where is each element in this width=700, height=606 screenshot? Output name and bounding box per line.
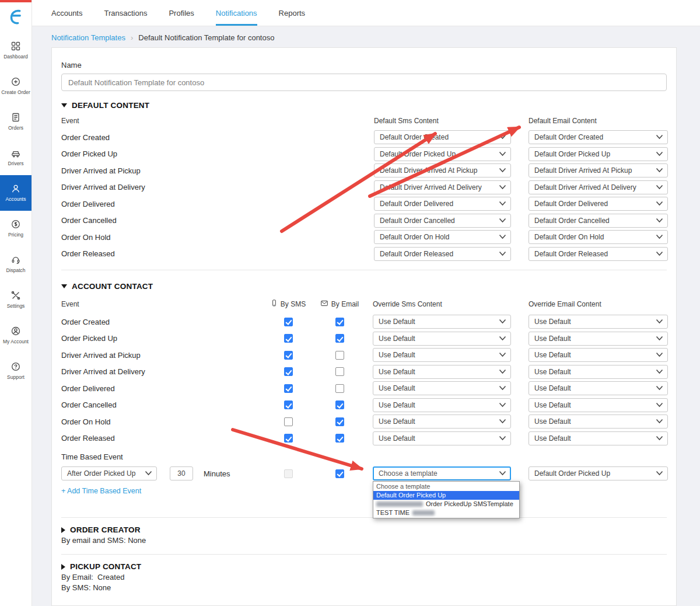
override-sms-content-select[interactable]: Use Default — [373, 398, 511, 412]
default-sms-content-select[interactable]: Default Order Released — [374, 247, 511, 261]
template-name-input[interactable] — [61, 74, 667, 91]
sidebar-item-support[interactable]: Support — [0, 353, 32, 389]
tab-accounts[interactable]: Accounts — [51, 0, 82, 26]
email-template-select[interactable]: Default Order Picked Up — [528, 466, 668, 480]
by-sms-checkbox[interactable] — [284, 384, 293, 393]
default-sms-content-select[interactable]: Default Order On Hold — [374, 230, 511, 244]
breadcrumb-current: Default Notification Template for contos… — [138, 33, 274, 42]
by-sms-checkbox[interactable] — [284, 434, 293, 443]
by-sms-checkbox[interactable] — [284, 367, 293, 376]
default-email-content-select[interactable]: Default Driver Arrived At Pickup — [528, 163, 668, 177]
default-content-section-header[interactable]: DEFAULT CONTENT — [61, 101, 667, 110]
sidebar-item-dashboard[interactable]: Dashboard — [0, 33, 32, 68]
minutes-input[interactable] — [170, 466, 193, 480]
override-email-content-select[interactable]: Use Default — [528, 332, 668, 346]
breadcrumb-link[interactable]: Notification Templates — [51, 33, 125, 42]
override-sms-content-select[interactable]: Use Default — [373, 365, 511, 379]
chevron-down-icon — [656, 166, 663, 175]
sidebar-item-create-order[interactable]: Create Order — [0, 68, 32, 104]
override-sms-content-select[interactable]: Use Default — [373, 332, 511, 346]
add-time-based-event-link[interactable]: + Add Time Based Event — [61, 487, 141, 495]
default-sms-content-select[interactable]: Default Driver Arrived At Pickup — [374, 163, 511, 177]
by-sms-checkbox[interactable] — [284, 351, 293, 360]
chevron-down-icon — [499, 351, 506, 359]
by-email-checkbox[interactable] — [335, 434, 344, 443]
override-sms-content-select[interactable]: Use Default — [373, 431, 511, 445]
app-logo[interactable] — [0, 2, 32, 33]
time-trigger-select[interactable]: After Order Picked Up — [61, 466, 157, 480]
selected-value: Use Default — [379, 335, 415, 343]
override-email-content-select[interactable]: Use Default — [528, 398, 668, 412]
pickup-contact-section-header[interactable]: PICKUP CONTACT — [61, 562, 667, 571]
by-sms-checkbox[interactable] — [284, 318, 293, 326]
event-label: Order Cancelled — [61, 400, 262, 409]
default-email-content-select[interactable]: Default Order Created — [528, 130, 668, 144]
sidebar-item-label: Dashboard — [4, 54, 28, 60]
template-menu-option[interactable]: TEST TIME — [373, 509, 519, 517]
sidebar-item-accounts[interactable]: Accounts — [0, 175, 32, 211]
by-email-checkbox[interactable] — [335, 469, 344, 478]
default-sms-content-select[interactable]: Default Order Picked Up — [374, 147, 511, 161]
override-email-content-select[interactable]: Use Default — [528, 365, 668, 379]
by-email-checkbox[interactable] — [335, 417, 344, 426]
tab-reports[interactable]: Reports — [279, 0, 306, 26]
sms-template-select[interactable]: Choose a template — [373, 466, 511, 480]
sidebar-item-my-account[interactable]: My Account — [0, 318, 32, 353]
event-label: Order Released — [61, 434, 262, 443]
default-sms-content-select[interactable]: Default Order Delivered — [374, 197, 511, 211]
sidebar-item-drivers[interactable]: Drivers — [0, 140, 32, 175]
override-sms-content-select[interactable]: Use Default — [373, 315, 511, 329]
override-sms-content-select[interactable]: Use Default — [373, 348, 511, 362]
chevron-down-icon — [499, 368, 506, 376]
by-email-checkbox[interactable] — [335, 400, 344, 409]
by-email-checkbox[interactable] — [335, 367, 344, 376]
selected-value: Default Driver Arrived At Delivery — [534, 183, 636, 191]
by-email-checkbox[interactable] — [335, 334, 344, 343]
default-content-column-headers: Event Default Sms Content Default Email … — [61, 117, 667, 125]
tab-notifications[interactable]: Notifications — [216, 0, 257, 26]
create-order-icon — [10, 76, 21, 87]
sidebar-item-dispatch[interactable]: Dispatch — [0, 246, 32, 282]
default-email-content-select[interactable]: Default Order Delivered — [528, 197, 668, 211]
template-menu-option[interactable]: Order PickedUp SMSTemplate — [373, 500, 519, 509]
default-email-content-select[interactable]: Default Order On Hold — [528, 230, 668, 244]
by-sms-checkbox[interactable] — [284, 334, 293, 343]
selected-value: Use Default — [379, 417, 415, 426]
default-sms-content-select[interactable]: Default Driver Arrived At Delivery — [374, 180, 511, 194]
sidebar-item-orders[interactable]: Orders — [0, 104, 32, 140]
default-email-content-select[interactable]: Default Order Cancelled — [528, 214, 668, 228]
template-menu-option[interactable]: Default Order Picked Up — [373, 491, 519, 500]
by-email-checkbox[interactable] — [335, 384, 344, 393]
override-sms-content-select[interactable]: Use Default — [373, 381, 511, 395]
template-menu-option[interactable]: Choose a template — [373, 482, 519, 491]
override-sms-content-select[interactable]: Use Default — [373, 415, 511, 429]
by-email-checkbox[interactable] — [335, 351, 344, 360]
override-email-content-select[interactable]: Use Default — [528, 315, 668, 329]
by-sms-checkbox[interactable] — [284, 469, 293, 478]
by-sms-checkbox[interactable] — [284, 417, 293, 426]
selected-value: Use Default — [379, 318, 415, 326]
tab-profiles[interactable]: Profiles — [169, 0, 194, 26]
chevron-down-icon — [499, 183, 506, 191]
override-email-content-select[interactable]: Use Default — [528, 348, 668, 362]
default-email-content-select[interactable]: Default Order Picked Up — [528, 147, 668, 161]
default-sms-content-select[interactable]: Default Order Cancelled — [374, 214, 511, 228]
sidebar-item-settings[interactable]: Settings — [0, 282, 32, 318]
default-email-content-select[interactable]: Default Driver Arrived At Delivery — [528, 180, 668, 194]
by-email-checkbox[interactable] — [335, 318, 344, 326]
default-email-content-select[interactable]: Default Order Released — [528, 247, 668, 261]
chevron-down-icon — [499, 150, 506, 158]
override-email-content-select[interactable]: Use Default — [528, 431, 668, 445]
sidebar-item-pricing[interactable]: Pricing — [0, 211, 32, 246]
chevron-down-icon — [499, 217, 506, 225]
account-contact-section-header[interactable]: ACCOUNT CONTACT — [61, 282, 667, 291]
order-creator-section-header[interactable]: ORDER CREATOR — [61, 525, 667, 534]
by-sms-checkbox[interactable] — [284, 400, 293, 409]
default-content-row: Driver Arrived at Pickup Default Driver … — [61, 162, 667, 179]
override-email-content-select[interactable]: Use Default — [528, 415, 668, 429]
default-sms-content-select[interactable]: Default Order Created — [374, 130, 511, 144]
chevron-down-icon — [499, 417, 506, 426]
tab-transactions[interactable]: Transactions — [104, 0, 147, 26]
override-email-content-select[interactable]: Use Default — [528, 381, 668, 395]
selected-value: Default Driver Arrived At Pickup — [380, 166, 477, 175]
